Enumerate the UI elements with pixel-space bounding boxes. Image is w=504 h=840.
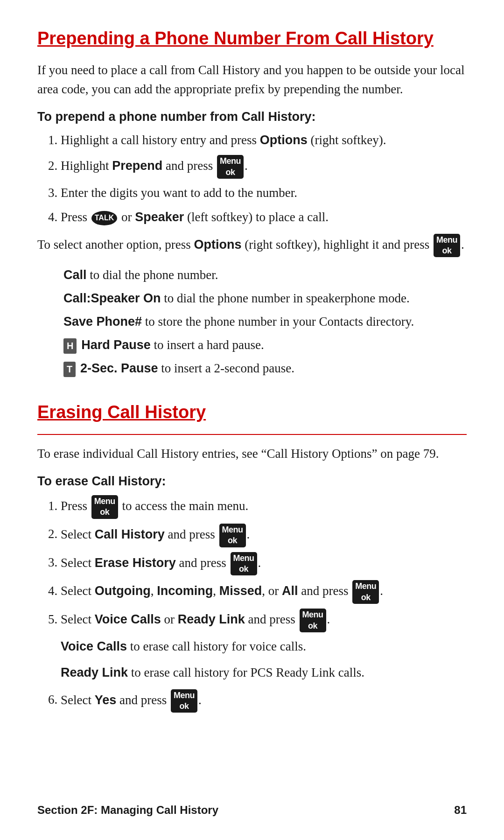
footer-page-number: 81: [454, 804, 467, 817]
section2-steps: Press Menuok to access the main menu. Se…: [61, 495, 467, 713]
voice-calls-suboption: Voice Calls to erase call history for vo…: [61, 637, 467, 657]
section1-title: Prepending a Phone Number From Call Hist…: [37, 28, 467, 49]
section1-intro: If you need to place a call from Call Hi…: [37, 61, 467, 100]
t-icon: T: [63, 362, 76, 377]
2sec-pause-label: 2-Sec. Pause: [80, 361, 158, 375]
section2-title: Erasing Call History: [37, 402, 467, 423]
footer-section-label: Section 2F: Managing Call History: [37, 804, 218, 817]
section2-intro: To erase individual Call History entries…: [37, 444, 467, 464]
option-hard-pause: H Hard Pause to insert a hard pause.: [63, 336, 467, 355]
section1-subheader: To prepend a phone number from Call Hist…: [37, 110, 467, 124]
yes-label: Yes: [95, 693, 117, 707]
erase-step-4: Select Outgoing, Incoming, Missed, or Al…: [61, 580, 467, 604]
option-2sec-pause: T 2-Sec. Pause to insert a 2-second paus…: [63, 359, 467, 378]
section1: Prepending a Phone Number From Call Hist…: [37, 28, 467, 378]
option-call: Call to dial the phone number.: [63, 266, 467, 285]
prepend-label: Prepend: [112, 159, 162, 173]
call-history-label: Call History: [95, 527, 165, 541]
step-item: Highlight Prepend and press Menuok.: [61, 155, 467, 179]
call-label: Call: [63, 268, 87, 282]
ready-link-label: Ready Link: [178, 612, 245, 626]
option-save-phone: Save Phone# to store the phone number in…: [63, 312, 467, 332]
erase-step-6: Select Yes and press Menuok.: [61, 689, 467, 713]
outgoing-label: Outgoing: [95, 584, 151, 598]
menu-button-icon4: Menuok: [219, 524, 246, 547]
speaker-label: Speaker: [135, 210, 184, 224]
step-item: Enter the digits you want to add to the …: [61, 183, 467, 203]
erase-step-3: Select Erase History and press Menuok.: [61, 552, 467, 576]
erase-step-5: Select Voice Calls or Ready Link and pre…: [61, 609, 467, 682]
save-phone-label: Save Phone#: [63, 315, 142, 329]
section1-note: To select another option, press Options …: [37, 234, 467, 258]
menu-button-icon6: Menuok: [352, 580, 379, 604]
voice-calls-sub-label: Voice Calls: [61, 639, 127, 653]
menu-button-icon: Menuok: [217, 155, 244, 179]
h-icon: H: [63, 338, 77, 354]
incoming-label: Incoming: [157, 584, 213, 598]
page-footer: Section 2F: Managing Call History 81: [37, 804, 467, 817]
ready-link-suboption: Ready Link to erase call history for PCS…: [61, 663, 467, 683]
menu-button-icon2: Menuok: [434, 234, 460, 258]
menu-button-icon8: Menuok: [171, 689, 197, 713]
menu-button-icon5: Menuok: [231, 552, 257, 576]
hard-pause-label: Hard Pause: [81, 338, 151, 352]
ready-link-sub-label: Ready Link: [61, 665, 128, 679]
talk-button-icon: TALK: [91, 211, 117, 225]
call-speaker-label: Call:Speaker On: [63, 291, 161, 305]
all-label: All: [282, 584, 298, 598]
options-label: Options: [260, 133, 308, 147]
section2-subheader: To erase Call History:: [37, 474, 467, 489]
voice-calls-label: Voice Calls: [95, 612, 161, 626]
menu-button-icon3: Menuok: [91, 495, 118, 519]
section1-steps: Highlight a call history entry and press…: [61, 131, 467, 227]
erase-step-1: Press Menuok to access the main menu.: [61, 495, 467, 519]
step-item: Highlight a call history entry and press…: [61, 131, 467, 150]
section2-divider: [37, 434, 467, 435]
erase-history-label: Erase History: [95, 555, 176, 569]
menu-button-icon7: Menuok: [300, 609, 326, 632]
options-label2: Options: [194, 237, 242, 251]
erase-step-2: Select Call History and press Menuok.: [61, 524, 467, 547]
missed-label: Missed: [219, 584, 262, 598]
option-call-speaker: Call:Speaker On to dial the phone number…: [63, 289, 467, 308]
section2: Erasing Call History To erase individual…: [37, 402, 467, 713]
step-item: Press TALK or Speaker (left softkey) to …: [61, 208, 467, 227]
